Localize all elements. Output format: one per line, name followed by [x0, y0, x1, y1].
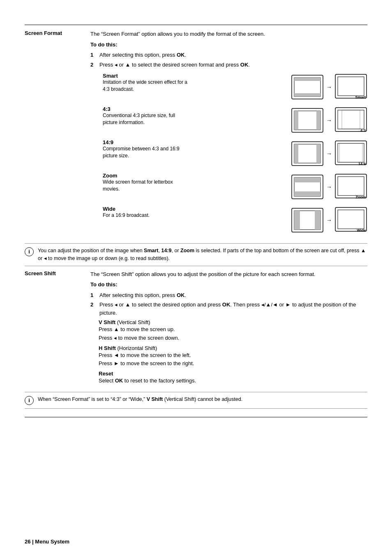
svg-rect-9 — [316, 111, 321, 130]
hshift-line2: Press ► to move the screen to the right. — [99, 359, 367, 368]
zoom-label: Zoom — [356, 195, 366, 199]
format-smart-name: Smart — [103, 73, 283, 79]
step-2: 2 Press ◂ or ▲ to select the desired scr… — [90, 61, 367, 69]
wide-tv-before — [291, 207, 324, 233]
format-43-desc: 4:3 Conventional 4:3 picture size, fullp… — [103, 106, 283, 126]
vshift-line1: Press ▲ to move the screen up. — [99, 325, 367, 334]
top-rule — [25, 25, 367, 25]
screen-format-description: The “Screen Format” option allows you to… — [90, 30, 367, 38]
format-options: Smart Imitation of the wide screen effec… — [103, 73, 367, 233]
svg-rect-4 — [335, 74, 367, 98]
screen-format-section: Screen Format The “Screen Format” option… — [25, 30, 367, 239]
format-wide-name: Wide — [103, 206, 283, 212]
page-number: 26 | Menu System — [25, 539, 69, 545]
format-zoom-images: → Zoom — [291, 173, 367, 200]
format-smart-images: → Smart — [291, 74, 367, 100]
screen-format-todo: To do this: — [90, 41, 367, 49]
svg-rect-8 — [294, 111, 298, 130]
vshift-name: V Shift (Vertical Shift) — [99, 319, 367, 325]
bottom-rule — [25, 417, 367, 417]
149-tv-before — [291, 141, 324, 166]
svg-rect-2 — [294, 78, 321, 81]
svg-rect-11 — [338, 110, 364, 129]
svg-rect-30 — [335, 207, 367, 231]
43-label: 4:3 — [360, 129, 366, 133]
vshift-block: V Shift (Vertical Shift) Press ▲ to move… — [99, 319, 367, 343]
format-zoom-desc: Zoom Wide screen format for letterboxmov… — [103, 173, 283, 193]
info-box-2: i When “Screen Format” is set to “4:3” o… — [25, 392, 367, 409]
screen-shift-label: Screen Shift — [25, 270, 90, 388]
format-wide-desc: Wide For a 16:9 broadcast. — [103, 206, 283, 219]
reset-name: Reset — [99, 371, 367, 377]
screen-format-content: The “Screen Format” option allows you to… — [90, 30, 367, 239]
svg-rect-18 — [338, 143, 364, 162]
svg-rect-25 — [338, 177, 364, 196]
info-box-2-text: When “Screen Format” is set to “4:3” or … — [38, 396, 242, 405]
hshift-block: H Shift (Horizontal Shift) Press ◄ to mo… — [99, 345, 367, 368]
smart-label: Smart — [355, 95, 366, 99]
svg-rect-23 — [294, 191, 321, 196]
format-149-row: 14:9 Compromise between 4:3 and 16:9pict… — [103, 139, 367, 167]
format-149-name: 14:9 — [103, 139, 283, 145]
step-2-text: Press ◂ or ▲ to select the desired scree… — [99, 61, 250, 69]
format-zoom-text: Wide screen format for letterboxmovies. — [103, 179, 283, 193]
svg-rect-28 — [294, 211, 300, 230]
svg-rect-24 — [335, 174, 367, 198]
shift-step-2-text: Press ◂ or ▲ to select the desired optio… — [99, 301, 367, 317]
format-wide-text: For a 16:9 broadcast. — [103, 212, 283, 219]
format-wide-row: Wide For a 16:9 broadcast. → — [103, 206, 367, 233]
step-1-num: 1 — [90, 51, 96, 59]
149-arrow: → — [326, 150, 332, 157]
reset-text: Select OK to reset to the factory settin… — [99, 377, 367, 385]
format-zoom-name: Zoom — [103, 173, 283, 179]
screen-format-label: Screen Format — [25, 30, 90, 239]
svg-rect-31 — [338, 210, 364, 229]
svg-rect-15 — [294, 144, 298, 163]
svg-rect-19 — [339, 143, 362, 162]
hshift-name: H Shift (Horizontal Shift) — [99, 345, 367, 351]
format-smart-text: Imitation of the wide screen effect for … — [103, 79, 283, 93]
shift-step-2: 2 Press ◂ or ▲ to select the desired opt… — [90, 301, 367, 317]
screen-shift-section: Screen Shift The “Screen Shift” option a… — [25, 270, 367, 388]
format-43-images: → 4:3 — [291, 107, 367, 133]
svg-rect-16 — [316, 144, 321, 163]
svg-rect-17 — [335, 141, 367, 165]
shift-step-1: 1 After selecting this option, press OK. — [90, 291, 367, 299]
svg-rect-5 — [338, 77, 364, 96]
screen-shift-description: The “Screen Shift” option allows you to … — [90, 270, 367, 278]
43-tv-before — [291, 108, 324, 133]
format-149-images: → 14:9 — [291, 140, 367, 167]
format-43-row: 4:3 Conventional 4:3 picture size, fullp… — [103, 106, 367, 133]
format-zoom-row: Zoom Wide screen format for letterboxmov… — [103, 173, 367, 200]
zoom-arrow: → — [326, 184, 332, 190]
format-wide-images: → Wide — [291, 207, 367, 233]
43-arrow: → — [326, 117, 332, 124]
info-icon-2: i — [25, 396, 34, 405]
format-smart-row: Smart Imitation of the wide screen effec… — [103, 73, 367, 100]
step-1-text: After selecting this option, press OK. — [99, 51, 186, 59]
step-2-num: 2 — [90, 61, 96, 69]
format-smart-desc: Smart Imitation of the wide screen effec… — [103, 73, 283, 93]
smart-tv-before — [291, 74, 324, 100]
shift-step-1-num: 1 — [90, 291, 96, 299]
format-149-desc: 14:9 Compromise between 4:3 and 16:9pict… — [103, 139, 283, 159]
svg-rect-22 — [294, 177, 321, 182]
wide-label: Wide — [357, 228, 366, 232]
zoom-tv-before — [291, 174, 324, 200]
info-icon-1: i — [25, 247, 34, 256]
screen-shift-content: The “Screen Shift” option allows you to … — [90, 270, 367, 388]
149-label: 14:9 — [358, 162, 366, 166]
format-43-text: Conventional 4:3 picture size, fullpictu… — [103, 112, 283, 126]
shift-step-1-text: After selecting this option, press OK. — [99, 291, 186, 299]
svg-rect-29 — [315, 211, 321, 230]
svg-rect-12 — [342, 110, 360, 129]
hshift-line1: Press ◄ to move the screen to the left. — [99, 351, 367, 360]
reset-block: Reset Select OK to reset to the factory … — [99, 371, 367, 385]
vshift-line2: Press ◂ to move the screen down. — [99, 334, 367, 343]
info-box-1: i You can adjust the position of the ima… — [25, 243, 367, 266]
page: Screen Format The “Screen Format” option… — [0, 0, 392, 557]
shift-step-2-num: 2 — [90, 301, 96, 317]
shift-options: V Shift (Vertical Shift) Press ▲ to move… — [99, 319, 367, 385]
step-1: 1 After selecting this option, press OK. — [90, 51, 367, 59]
wide-arrow: → — [326, 217, 332, 223]
